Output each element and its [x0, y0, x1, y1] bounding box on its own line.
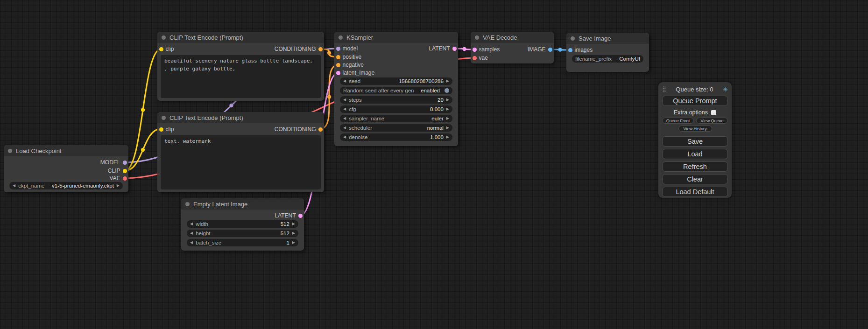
increment-arrow-icon[interactable]: ▶ — [446, 107, 449, 111]
queue-prompt-button[interactable]: Queue Prompt — [662, 96, 728, 106]
save-button[interactable]: Save — [662, 136, 728, 147]
seed-widget[interactable]: ◀ seed 156680208700286 ▶ — [340, 77, 452, 85]
clear-button[interactable]: Clear — [662, 174, 728, 184]
width-widget[interactable]: ◀ width 512 ▶ — [187, 220, 298, 228]
positive-input-port[interactable] — [336, 55, 340, 59]
increment-arrow-icon[interactable]: ▶ — [446, 79, 449, 83]
input-slot-clip[interactable]: clip — [159, 125, 174, 133]
latent-image-input-port[interactable] — [336, 71, 340, 75]
input-slot-model[interactable]: model — [336, 44, 358, 53]
negative-input-port[interactable] — [336, 63, 340, 67]
drag-handle-icon[interactable]: ⣿ — [662, 86, 666, 92]
decrement-arrow-icon[interactable]: ◀ — [343, 135, 346, 139]
output-slot-conditioning[interactable]: CONDITIONING — [275, 125, 323, 133]
output-slot-conditioning[interactable]: CONDITIONING — [275, 45, 323, 53]
batch-size-widget[interactable]: ◀ batch_size 1 ▶ — [187, 239, 298, 246]
decrement-arrow-icon[interactable]: ◀ — [190, 231, 193, 235]
image-output-port[interactable] — [548, 48, 552, 52]
steps-widget[interactable]: ◀ steps 20 ▶ — [340, 96, 452, 104]
toggle-knob-icon[interactable] — [445, 88, 449, 93]
vae-output-port[interactable] — [123, 176, 127, 181]
node-titlebar[interactable]: CLIP Text Encode (Prompt) — [157, 32, 324, 43]
increment-arrow-icon[interactable]: ▶ — [446, 135, 449, 139]
increment-arrow-icon[interactable]: ▶ — [117, 184, 120, 188]
input-slot-negative[interactable]: negative — [336, 61, 364, 69]
node-collapse-dot-icon[interactable] — [8, 149, 12, 153]
input-slot-clip[interactable]: clip — [159, 45, 174, 53]
view-queue-button[interactable]: View Queue — [696, 118, 728, 124]
sampler-name-widget[interactable]: ◀ sampler_name euler ▶ — [340, 115, 452, 122]
input-slot-latent-image[interactable]: latent_image — [336, 69, 375, 77]
output-slot-latent[interactable]: LATENT — [429, 44, 456, 53]
ckpt-name-widget[interactable]: ◀ ckpt_name v1-5-pruned-emaonly.ckpt ▶ — [9, 182, 123, 189]
node-clip-text-encode-negative[interactable]: CLIP Text Encode (Prompt) clip CONDITION… — [157, 112, 324, 192]
refresh-button[interactable]: Refresh — [662, 161, 728, 172]
latent-output-port[interactable] — [452, 47, 457, 51]
node-collapse-dot-icon[interactable] — [185, 202, 190, 206]
node-titlebar[interactable]: VAE Decode — [471, 32, 554, 43]
input-slot-positive[interactable]: positive — [336, 53, 362, 61]
model-input-port[interactable] — [336, 47, 340, 51]
output-slot-model[interactable]: MODEL — [100, 158, 127, 167]
settings-gear-icon[interactable]: ✳ — [723, 86, 728, 93]
node-titlebar[interactable]: Empty Latent Image — [181, 198, 304, 210]
conditioning-output-port[interactable] — [318, 47, 323, 51]
denoise-widget[interactable]: ◀ denoise 1.000 ▶ — [340, 133, 452, 141]
prompt-textarea[interactable]: beautiful scenery nature glass bottle la… — [161, 55, 321, 98]
load-button[interactable]: Load — [662, 149, 728, 159]
node-collapse-dot-icon[interactable] — [571, 36, 575, 41]
decrement-arrow-icon[interactable]: ◀ — [190, 241, 193, 245]
view-history-button[interactable]: View History — [678, 126, 712, 132]
decrement-arrow-icon[interactable]: ◀ — [343, 79, 346, 83]
node-save-image[interactable]: Save Image images filename_prefix ComfyU… — [566, 33, 649, 72]
input-slot-images[interactable]: images — [568, 46, 593, 54]
increment-arrow-icon[interactable]: ▶ — [292, 231, 295, 235]
decrement-arrow-icon[interactable]: ◀ — [343, 107, 346, 111]
output-slot-vae[interactable]: VAE — [109, 174, 127, 182]
node-titlebar[interactable]: KSampler — [334, 32, 458, 43]
output-slot-latent[interactable]: LATENT — [275, 211, 302, 220]
increment-arrow-icon[interactable]: ▶ — [446, 98, 449, 102]
node-clip-text-encode-positive[interactable]: CLIP Text Encode (Prompt) clip CONDITION… — [157, 32, 324, 101]
output-slot-image[interactable]: IMAGE — [528, 45, 552, 54]
latent-output-port[interactable] — [298, 214, 303, 218]
increment-arrow-icon[interactable]: ▶ — [446, 117, 449, 120]
random-seed-toggle-widget[interactable]: Random seed after every gen enabled — [340, 87, 452, 94]
cfg-widget[interactable]: ◀ cfg 8.000 ▶ — [340, 105, 452, 113]
model-output-port[interactable] — [123, 161, 127, 165]
increment-arrow-icon[interactable]: ▶ — [446, 126, 449, 130]
node-vae-decode[interactable]: VAE Decode samples vae IMAGE — [471, 32, 554, 63]
node-load-checkpoint[interactable]: Load Checkpoint MODEL CLIP VAE ◀ ckpt_na… — [4, 145, 128, 192]
node-titlebar[interactable]: CLIP Text Encode (Prompt) — [157, 112, 324, 123]
increment-arrow-icon[interactable]: ▶ — [292, 241, 295, 245]
increment-arrow-icon[interactable]: ▶ — [292, 222, 295, 226]
filename-prefix-widget[interactable]: filename_prefix ComfyUI — [572, 55, 643, 63]
decrement-arrow-icon[interactable]: ◀ — [343, 98, 346, 102]
node-empty-latent-image[interactable]: Empty Latent Image LATENT ◀ width 512 ▶ … — [181, 198, 304, 251]
input-slot-samples[interactable]: samples — [473, 45, 500, 54]
height-widget[interactable]: ◀ height 512 ▶ — [187, 230, 298, 237]
clip-output-port[interactable] — [123, 169, 127, 173]
load-default-button[interactable]: Load Default — [662, 187, 728, 197]
input-slot-vae[interactable]: vae — [473, 54, 488, 62]
decrement-arrow-icon[interactable]: ◀ — [343, 117, 346, 120]
conditioning-output-port[interactable] — [318, 127, 323, 132]
node-collapse-dot-icon[interactable] — [162, 35, 166, 40]
queue-front-button[interactable]: Queue Front — [662, 118, 694, 124]
clip-input-port[interactable] — [159, 127, 163, 132]
node-collapse-dot-icon[interactable] — [475, 35, 479, 40]
decrement-arrow-icon[interactable]: ◀ — [13, 184, 15, 188]
extra-options-checkbox[interactable] — [711, 110, 716, 115]
node-collapse-dot-icon[interactable] — [339, 35, 343, 40]
node-titlebar[interactable]: Load Checkpoint — [4, 145, 128, 156]
prompt-textarea[interactable]: text, watermark — [161, 135, 321, 189]
node-titlebar[interactable]: Save Image — [566, 33, 649, 44]
decrement-arrow-icon[interactable]: ◀ — [343, 126, 346, 130]
decrement-arrow-icon[interactable]: ◀ — [190, 222, 193, 226]
scheduler-widget[interactable]: ◀ scheduler normal ▶ — [340, 124, 452, 132]
node-ksampler[interactable]: KSampler model positive negative latent_… — [334, 32, 458, 146]
clip-input-port[interactable] — [159, 47, 163, 51]
node-collapse-dot-icon[interactable] — [162, 116, 166, 120]
vae-input-port[interactable] — [473, 56, 477, 60]
samples-input-port[interactable] — [473, 48, 477, 52]
